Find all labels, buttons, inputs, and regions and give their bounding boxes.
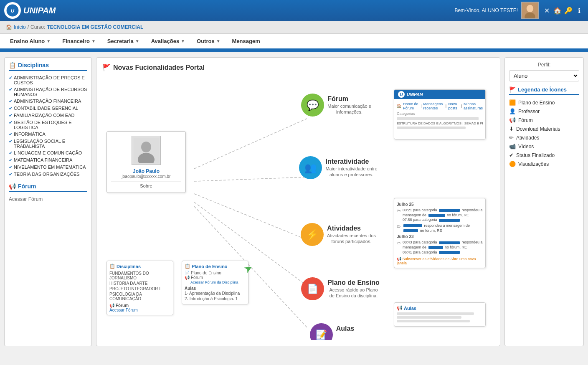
nav-ensino-aluno[interactable]: Ensino Aluno ▼ xyxy=(4,35,56,48)
aulas-screenshot: 📢 Aulas xyxy=(394,302,486,327)
center-content: 🚩 Novas Fucionalidades Portal xyxy=(96,57,500,346)
chevron-down-icon: ▼ xyxy=(46,39,51,43)
mini-plano-item1[interactable]: 📄 Plano de Ensino xyxy=(185,271,246,275)
close-icon[interactable]: ✕ xyxy=(542,6,551,15)
discipline-item[interactable]: ✔ADMINISTRAÇÃO DE PREÇOS E CUSTOS xyxy=(9,74,87,86)
mini-disc-item[interactable]: PROJETO INTEGRADOR I xyxy=(109,286,170,291)
breadcrumb-course-name: TECNOLOGIA EM GESTÃO COMERCIAL xyxy=(47,24,143,30)
legend-videos: 📹 Vídeos xyxy=(509,142,579,151)
discipline-item[interactable]: ✔ADMINISTRAÇÃO FINANCEIRA xyxy=(9,98,87,105)
act-date-1: Julho 25 xyxy=(397,202,483,207)
profile-about[interactable]: Sobre xyxy=(111,181,181,188)
discipline-item[interactable]: ✔GESTÃO DE ESTOQUES E LOGISTICA xyxy=(9,119,87,131)
aulas-node: 📝 Aulas xyxy=(290,323,374,340)
svg-text:U: U xyxy=(400,92,403,97)
mini-disc-item[interactable]: HISTORIA DA ARTE xyxy=(109,281,170,286)
home-icon-breadcrumb: 🏠 xyxy=(6,24,12,30)
breadcrumb-home[interactable]: Início xyxy=(14,24,26,30)
mini-plano-doc-icon: 📄 xyxy=(185,271,190,275)
disciplines-list: ✔ADMINISTRAÇÃO DE PREÇOS E CUSTOS ✔ADMIN… xyxy=(9,74,87,178)
discipline-item[interactable]: ✔TEORIA DAS ORGANIZAÇÕES xyxy=(9,171,87,178)
nav-avaliacoes[interactable]: Avaliações ▼ xyxy=(145,35,191,48)
videos-legend-icon: 📹 xyxy=(509,143,516,150)
mini-aulas-item1[interactable]: 1- Apresentação da Disciplina xyxy=(185,291,246,296)
nav-financeiro[interactable]: Financeiro ▼ xyxy=(56,35,101,48)
plano-icon: 📄 xyxy=(307,284,318,294)
discipline-item[interactable]: ✔ADMINISTRAÇÃO DE RECURSOS HUMANOS xyxy=(9,86,87,98)
atividades-legend-icon: ✏ xyxy=(509,134,514,141)
act-row-3: 🗁 08:43 para categoria respondeu a mensa… xyxy=(397,240,483,255)
forum-node: 💬 Fórum Maior comunicação e informações. xyxy=(290,94,382,117)
mini-plano-item2[interactable]: 📢 Fórum xyxy=(185,275,246,280)
mini-forum-icon: 📢 xyxy=(109,303,114,308)
mini-forum-label: 📢 Fórum xyxy=(109,303,170,308)
atividades-circle: ⚡ xyxy=(301,223,324,246)
flag-icon: 🚩 xyxy=(102,63,111,71)
plano-circle: 📄 xyxy=(301,277,324,300)
perfil-select[interactable]: Aluno xyxy=(509,70,579,81)
visualizacoes-legend-icon: 🟠 xyxy=(509,161,516,167)
nav-mensagem[interactable]: Mensagem xyxy=(226,35,266,48)
plano-legend-icon: 🟧 xyxy=(509,99,516,106)
header: U UNIPAM Bem-Vindo, ALUNO TESTE! ✕ 🏠 🔑 ℹ xyxy=(0,0,588,21)
center-section-header: 🚩 Novas Fucionalidades Portal xyxy=(102,63,494,75)
interatividade-icon: 👥 xyxy=(304,162,317,174)
atividades-title: Atividades xyxy=(327,225,376,232)
forum-node-icon: 💬 xyxy=(307,99,319,111)
home-icon[interactable]: 🏠 xyxy=(553,6,562,15)
act-row-2: 🗁 respondeu a mensagem de no fórum, RE xyxy=(397,223,483,233)
svg-point-11 xyxy=(141,142,151,152)
feature-diagram: João Paulo joaopaulo@xxxxxx.com.br Sobre… xyxy=(102,81,494,340)
key-icon[interactable]: 🔑 xyxy=(564,6,573,15)
interatividade-title: Interatividade xyxy=(325,158,377,165)
nav-secretaria[interactable]: Secretaria ▼ xyxy=(101,35,145,48)
mini-plano-icon: 📋 xyxy=(185,264,190,269)
disciplines-icon: 📋 xyxy=(9,62,16,68)
svg-point-3 xyxy=(527,5,533,12)
legend-visualizacoes: 🟠 Visualizações xyxy=(509,160,579,168)
plano-title: Plano de Ensino xyxy=(327,279,379,286)
discipline-item[interactable]: ✔FAMILIARIZAÇÃO COM EAD xyxy=(9,112,87,119)
legend-download: ⬇ Download Materiais xyxy=(509,124,579,133)
subscribe-link[interactable]: 📢 Subscrever as atividades de Abre uma n… xyxy=(397,257,483,265)
mini-disc-item[interactable]: FUNDAMENTOS DO JORNALISMO xyxy=(109,271,170,281)
svg-text:U: U xyxy=(11,8,15,13)
mini-aulas-label: Aulas xyxy=(185,286,246,291)
perfil-label: Perfil: xyxy=(509,62,579,68)
logo-icon: U xyxy=(4,2,21,19)
aulas-screenshot-title: 📢 Aulas xyxy=(397,305,483,311)
breadcrumb-course-label: Curso: xyxy=(30,24,45,30)
access-forum-link[interactable]: Acessar Fórum xyxy=(9,195,87,203)
aulas-circle: 📝 xyxy=(310,323,333,340)
navbar: Ensino Aluno ▼ Financeiro ▼ Secretaria ▼… xyxy=(0,34,588,50)
mini-disc-item[interactable]: PSICOLOGIA DA COMUNICAÇÃO xyxy=(109,291,170,302)
discipline-item[interactable]: ✔NIVELAMENTO EM MATEMÁTICA xyxy=(9,164,87,171)
interatividade-node: 👥 Interatividade Maior interatividade en… xyxy=(290,156,386,179)
discipline-item[interactable]: ✔INFORMÁTICA xyxy=(9,131,87,138)
aulas-title: Aulas xyxy=(336,325,355,332)
legend-list: 🟧 Plano de Ensino 👤 Professor 📢 Fórum ⬇ … xyxy=(509,98,579,168)
discipline-item[interactable]: ✔LEGISLAÇÃO SOCIAL E TRABALHISTA xyxy=(9,138,87,150)
nav-outros[interactable]: Outros ▼ xyxy=(191,35,226,48)
atividades-desc1: Atividades recentes dos xyxy=(327,233,376,238)
chevron-down-icon: ▼ xyxy=(181,39,185,43)
atividades-desc2: fóruns participados. xyxy=(327,239,376,244)
plano-mini-card: 📋 Plano de Ensino 📄 Plano de Ensino 📢 Fó… xyxy=(182,261,248,304)
mini-aulas-item2[interactable]: 2- Introdução à Psicologia- 1 xyxy=(185,296,246,302)
mini-forum-link[interactable]: Acessar Fórum xyxy=(109,308,170,312)
aulas-icon: 📝 xyxy=(316,330,327,340)
legend-icon: 🚩 xyxy=(509,86,516,93)
mini-plano-forum-link[interactable]: Acessar Fórum da Disciplina xyxy=(190,280,246,284)
download-legend-icon: ⬇ xyxy=(509,126,514,132)
discipline-item[interactable]: ✔LINGUAGEM E COMUNICAÇÃO xyxy=(9,150,87,157)
profile-avatar xyxy=(132,136,161,165)
activities-screenshot: Julho 25 🗁 00:21 para categoria responde… xyxy=(394,198,486,268)
forum-legend-icon: 📢 xyxy=(509,117,516,123)
discipline-item[interactable]: ✔CONTABILIDADE GERENCIAL xyxy=(9,105,87,112)
header-right: Bem-Vindo, ALUNO TESTE! ✕ 🏠 🔑 ℹ xyxy=(454,2,584,19)
forum-title: Fórum xyxy=(327,95,371,103)
info-icon[interactable]: ℹ xyxy=(575,6,584,15)
forum-circle: 💬 xyxy=(301,94,324,117)
discipline-item[interactable]: ✔MATEMÁTICA FINANCEIRA xyxy=(9,157,87,164)
act-row-1: 🗁 00:21 para categoria respondeu a mensa… xyxy=(397,208,483,223)
